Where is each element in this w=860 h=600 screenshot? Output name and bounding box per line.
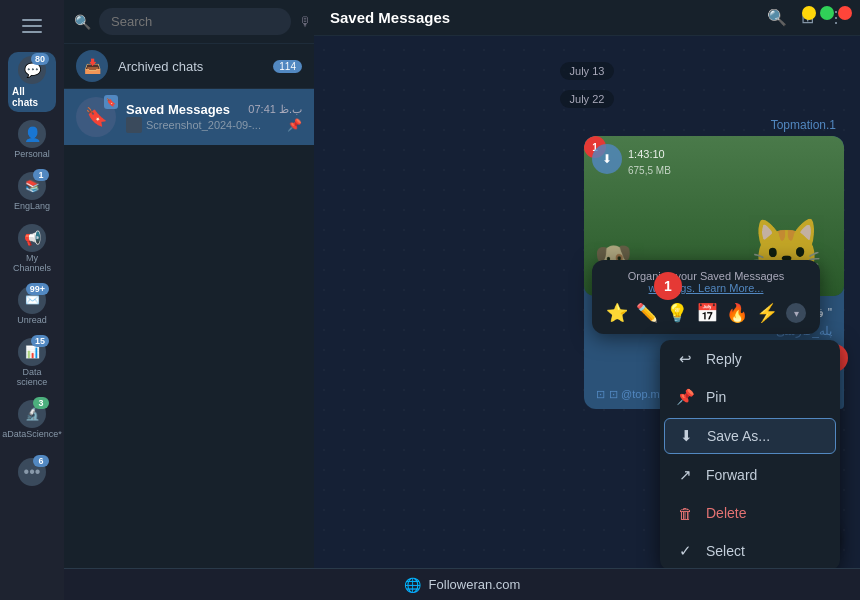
preview-text: Screenshot_2024-09-... xyxy=(146,119,261,131)
unread-icon: ✉️ 99+ xyxy=(18,286,46,314)
tag-star[interactable]: ⭐ xyxy=(606,302,628,324)
chat-time: ب.ظ 07:41 xyxy=(248,103,302,116)
tags-tooltip-text: Organize your Saved Messages with tags. … xyxy=(606,270,806,294)
tag-pencil[interactable]: ✏️ xyxy=(636,302,658,324)
archived-label: Archived chats xyxy=(118,59,273,74)
media-size: 675,5 MB xyxy=(628,160,671,178)
pin-icon: 📌 xyxy=(287,118,302,132)
forward-label: Forward xyxy=(706,467,757,483)
archived-icon: 📥 xyxy=(76,50,108,82)
date-july13: July 13 xyxy=(560,62,615,80)
sender-id-icon: ⊡ xyxy=(596,388,605,401)
mic-icon[interactable]: 🎙 xyxy=(299,14,312,29)
website-label: Followeran.com xyxy=(429,577,521,592)
chat-info: Saved Messages ب.ظ 07:41 Screenshot_2024… xyxy=(126,102,302,133)
personal-icon: 👤 xyxy=(18,120,46,148)
menu-item-delete[interactable]: 🗑 Delete xyxy=(660,494,840,532)
englang-icon: 📚 1 xyxy=(18,172,46,200)
save-as-label: Save As... xyxy=(707,428,770,444)
chat-title: Saved Messages xyxy=(330,9,767,26)
chat-item-saved-messages[interactable]: 🔖 🔖 Saved Messages ب.ظ 07:41 Screenshot_… xyxy=(64,89,314,145)
data-science-icon: 📊 15 xyxy=(18,338,46,366)
channels-icon: 📢 xyxy=(18,224,46,252)
datascience2-label: aDataScience* xyxy=(2,430,62,440)
date-badge-july22: July 22 xyxy=(330,90,844,108)
sidebar-item-all-chats[interactable]: 💬 80 All chats xyxy=(8,52,56,112)
unread-label: Unread xyxy=(17,316,47,326)
reply-label: Reply xyxy=(706,351,742,367)
search-input[interactable] xyxy=(99,8,291,35)
maximize-button[interactable] xyxy=(820,6,834,20)
bottom-bar: 🌐 Followeran.com xyxy=(64,568,860,600)
tag-bulb[interactable]: 💡 xyxy=(666,302,688,324)
window-controls xyxy=(794,0,860,26)
datascience2-icon: 🔬 3 xyxy=(18,400,46,428)
menu-item-select[interactable]: ✓ Select xyxy=(660,532,840,570)
menu-item-pin[interactable]: 📌 Pin xyxy=(660,378,840,416)
more-icon: ••• 6 xyxy=(18,458,46,486)
data-science-label: Data science xyxy=(12,368,52,388)
chat-preview: Screenshot_2024-09-... 📌 xyxy=(126,117,302,133)
menu-item-save-as[interactable]: ⬇ Save As... xyxy=(664,418,836,454)
forward-icon: ↗ xyxy=(676,466,694,484)
datascience2-badge: 3 xyxy=(33,397,49,409)
tags-dropdown-button[interactable]: ▾ xyxy=(786,303,806,323)
context-menu: ↩ Reply 📌 Pin ⬇ Save As... ↗ Forward 🗑 D… xyxy=(660,340,840,570)
select-icon: ✓ xyxy=(676,542,694,560)
sidebar-item-datascience2[interactable]: 🔬 3 aDataScience* xyxy=(8,396,56,444)
data-science-badge: 15 xyxy=(31,335,49,347)
bookmark-icon: 🔖 xyxy=(104,95,118,109)
tag-calendar[interactable]: 📅 xyxy=(696,302,718,324)
tags-emojis: ⭐ ✏️ 💡 📅 🔥 ⚡ ▾ xyxy=(606,302,806,324)
date-badge-july13: July 13 xyxy=(330,62,844,80)
main-chat: Saved Messages 🔍 ⊞ ⋮ July 13 July 22 Top… xyxy=(314,0,860,600)
all-chats-badge: 80 xyxy=(31,53,49,65)
save-as-icon: ⬇ xyxy=(677,427,695,445)
englang-badge: 1 xyxy=(33,169,49,181)
menu-item-reply[interactable]: ↩ Reply xyxy=(660,340,840,378)
chat-list-panel: 🔍 🎙 📥 Archived chats 114 🔖 🔖 Saved Messa… xyxy=(64,0,314,600)
saved-messages-avatar: 🔖 🔖 xyxy=(76,97,116,137)
minimize-button[interactable] xyxy=(802,6,816,20)
delete-label: Delete xyxy=(706,505,746,521)
pin-menu-icon: 📌 xyxy=(676,388,694,406)
archived-chats-item[interactable]: 📥 Archived chats 114 xyxy=(64,44,314,89)
all-chats-label: All chats xyxy=(12,86,52,108)
personal-label: Personal xyxy=(14,150,50,160)
reply-icon: ↩ xyxy=(676,350,694,368)
sidebar-item-data-science[interactable]: 📊 15 Data science xyxy=(8,334,56,392)
delete-icon: 🗑 xyxy=(676,504,694,522)
chat-name: Saved Messages xyxy=(126,102,230,117)
sidebar: 💬 80 All chats 👤 Personal 📚 1 EngLang 📢 xyxy=(0,0,64,600)
tags-tooltip: Organize your Saved Messages with tags. … xyxy=(592,260,820,334)
menu-item-forward[interactable]: ↗ Forward xyxy=(660,456,840,494)
sidebar-item-personal[interactable]: 👤 Personal xyxy=(8,116,56,164)
message-sender-name: Topmation.1 xyxy=(771,118,836,132)
chat-header: Saved Messages 🔍 ⊞ ⋮ xyxy=(314,0,860,36)
search-bar: 🔍 🎙 xyxy=(64,0,314,44)
more-badge: 6 xyxy=(33,455,49,467)
englang-label: EngLang xyxy=(14,202,50,212)
channels-label: My Channels xyxy=(12,254,52,274)
sidebar-item-more[interactable]: ••• 6 xyxy=(8,448,56,496)
archived-count: 114 xyxy=(273,60,302,73)
tag-fire[interactable]: 🔥 xyxy=(726,302,748,324)
download-button[interactable]: ⬇ xyxy=(592,144,622,174)
search-icon: 🔍 xyxy=(74,14,91,30)
select-label: Select xyxy=(706,543,745,559)
app-container: 💬 80 All chats 👤 Personal 📚 1 EngLang 📢 xyxy=(0,0,860,600)
sidebar-item-unread[interactable]: ✉️ 99+ Unread xyxy=(8,282,56,330)
chat-name-row: Saved Messages ب.ظ 07:41 xyxy=(126,102,302,117)
unread-badge: 99+ xyxy=(26,283,49,295)
all-chats-icon: 💬 80 xyxy=(18,56,46,84)
sidebar-item-englang[interactable]: 📚 1 EngLang xyxy=(8,168,56,216)
close-button[interactable] xyxy=(838,6,852,20)
pin-label: Pin xyxy=(706,389,726,405)
sidebar-item-my-channels[interactable]: 📢 My Channels xyxy=(8,220,56,278)
header-search-icon[interactable]: 🔍 xyxy=(767,8,787,27)
step-1-circle: 1 xyxy=(654,272,682,300)
tag-lightning[interactable]: ⚡ xyxy=(756,302,778,324)
date-july22: July 22 xyxy=(560,90,615,108)
hamburger-menu[interactable] xyxy=(14,8,50,44)
globe-icon: 🌐 xyxy=(404,577,421,593)
